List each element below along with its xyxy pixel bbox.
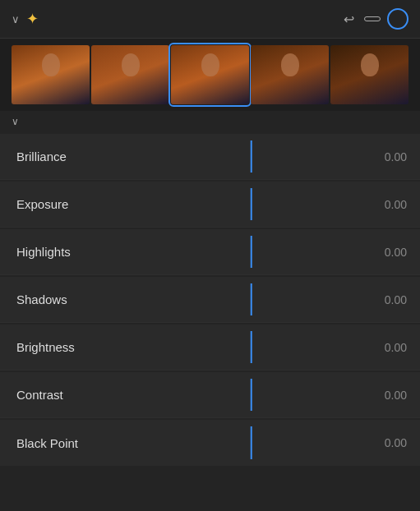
sliders-container: Brilliance0.00Exposure0.00Highlights0.00… bbox=[0, 131, 420, 469]
slider-track-4[interactable] bbox=[132, 325, 371, 370]
slider-value-1: 0.00 bbox=[371, 198, 420, 211]
panel-header: ∨ ✦ ↩ bbox=[0, 0, 420, 39]
thumbnail-3[interactable] bbox=[171, 45, 249, 104]
slider-track-3[interactable] bbox=[132, 277, 371, 322]
slider-track-5[interactable] bbox=[132, 372, 371, 417]
sun-icon: ✦ bbox=[26, 10, 39, 28]
slider-value-2: 0.00 bbox=[371, 246, 420, 259]
options-chevron[interactable]: ∨ bbox=[12, 116, 19, 127]
slider-label-2: Highlights bbox=[0, 245, 132, 259]
slider-label-4: Brightness bbox=[0, 340, 132, 354]
slider-row-exposure[interactable]: Exposure0.00 bbox=[0, 182, 420, 228]
slider-track-0[interactable] bbox=[132, 134, 371, 179]
slider-value-0: 0.00 bbox=[371, 150, 420, 163]
slider-track-2[interactable] bbox=[132, 229, 371, 274]
thumbnails-strip bbox=[0, 39, 420, 111]
slider-label-0: Brilliance bbox=[0, 150, 132, 163]
thumbnail-4[interactable] bbox=[251, 45, 329, 104]
slider-value-6: 0.00 bbox=[371, 436, 420, 449]
slider-row-brilliance[interactable]: Brilliance0.00 bbox=[0, 134, 420, 180]
thumbnail-5[interactable] bbox=[330, 45, 408, 104]
thumbnail-1[interactable] bbox=[12, 45, 90, 104]
slider-track-6[interactable] bbox=[132, 420, 371, 466]
slider-label-6: Black Point bbox=[0, 436, 132, 450]
auto-button[interactable] bbox=[364, 16, 381, 21]
slider-value-5: 0.00 bbox=[371, 389, 420, 402]
collapse-chevron[interactable]: ∨ bbox=[12, 13, 20, 25]
slider-label-1: Exposure bbox=[0, 197, 132, 211]
circle-toggle-button[interactable] bbox=[387, 8, 408, 30]
slider-row-brightness[interactable]: Brightness0.00 bbox=[0, 325, 420, 371]
light-panel: ∨ ✦ ↩ ∨ Brilliance0.00Exposure0.00Highli… bbox=[0, 0, 420, 511]
slider-row-highlights[interactable]: Highlights0.00 bbox=[0, 229, 420, 275]
undo-button[interactable]: ↩ bbox=[340, 10, 358, 29]
slider-value-4: 0.00 bbox=[371, 341, 420, 354]
header-actions: ↩ bbox=[340, 8, 408, 30]
slider-label-5: Contrast bbox=[0, 388, 132, 402]
slider-track-1[interactable] bbox=[132, 182, 371, 227]
slider-row-shadows[interactable]: Shadows0.00 bbox=[0, 277, 420, 323]
thumbnail-2[interactable] bbox=[91, 45, 169, 104]
slider-label-3: Shadows bbox=[0, 292, 132, 306]
slider-row-black-point[interactable]: Black Point0.00 bbox=[0, 420, 420, 466]
slider-row-contrast[interactable]: Contrast0.00 bbox=[0, 372, 420, 418]
options-header: ∨ bbox=[0, 111, 420, 131]
slider-value-3: 0.00 bbox=[371, 293, 420, 306]
